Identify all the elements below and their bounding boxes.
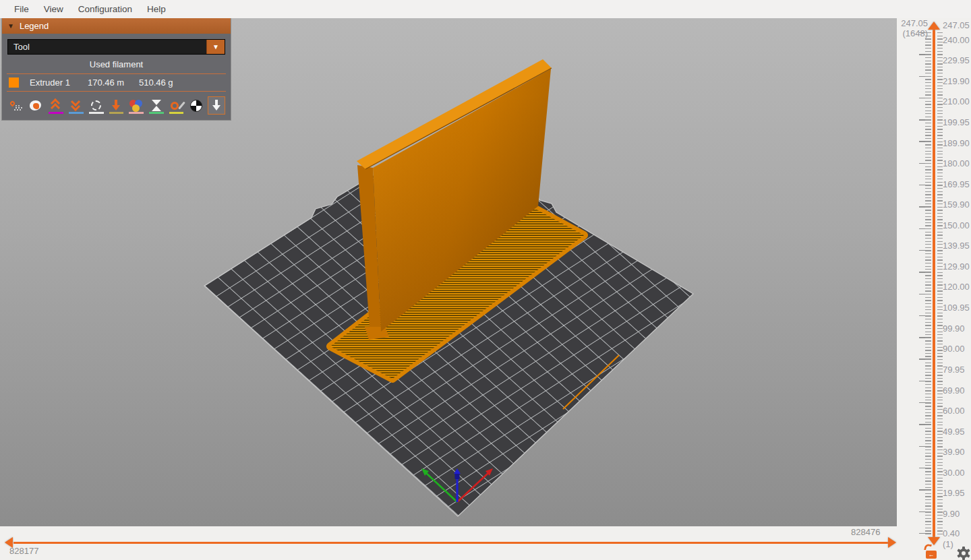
legend-panel: ▼ Legend Tool ▼ Used filament Extruder 1… <box>1 18 231 121</box>
menu-item[interactable]: Configuration <box>71 0 140 18</box>
menu-item[interactable]: Help <box>140 0 173 18</box>
pause-prints-icon[interactable] <box>148 96 165 115</box>
center-of-gravity-icon[interactable] <box>187 96 205 115</box>
collapse-caret-icon: ▼ <box>7 22 14 30</box>
menu-item[interactable]: View <box>36 0 71 18</box>
layer-ruler-label: 9.90 <box>943 509 960 520</box>
layer-ruler-label: 30.00 <box>943 468 965 478</box>
layer-ruler-label: 120.00 <box>943 282 970 292</box>
lock-handles-icon[interactable]: ← <box>924 544 938 559</box>
shells-icon[interactable] <box>208 96 225 115</box>
layer-ruler-label: 150.00 <box>943 220 970 231</box>
vslider-top-value: 247.05 <box>895 18 928 28</box>
travel-glyph <box>9 100 23 112</box>
layer-ruler-label: 210.00 <box>943 96 970 107</box>
layer-ruler-label: 159.90 <box>943 199 970 210</box>
3d-viewport[interactable]: ▼ Legend Tool ▼ Used filament Extruder 1… <box>0 18 897 526</box>
color-circles-glyph <box>129 100 143 112</box>
gear-pencil-glyph <box>170 100 183 112</box>
chevrons-up-glyph <box>51 100 61 111</box>
color-changes-icon[interactable] <box>127 96 145 115</box>
layer-ruler-label: 247.05 <box>943 20 970 31</box>
view-type-value: Tool <box>13 42 30 52</box>
legend-title: Legend <box>20 21 49 31</box>
layer-ruler-ticks-left <box>925 32 931 536</box>
deretractions-icon[interactable] <box>67 96 85 115</box>
quartered-circle-glyph <box>190 100 202 112</box>
legend-body: Tool ▼ Used filament Extruder 1 170.46 m… <box>2 34 231 120</box>
down-arrow-glyph <box>212 100 221 111</box>
layer-ruler-label: 0.40 <box>943 528 960 539</box>
layer-ruler-label: 109.95 <box>943 303 970 313</box>
dropdown-arrow-icon[interactable]: ▼ <box>206 40 225 54</box>
extruder-row: Extruder 1 170.46 m 510.46 g <box>7 74 225 91</box>
slider-settings-gear-icon[interactable] <box>957 547 970 560</box>
layer-ruler-label: 180.00 <box>943 158 970 169</box>
vslider-track[interactable] <box>933 30 935 538</box>
chevrons-down-glyph <box>71 100 82 111</box>
view-type-select[interactable]: Tool ▼ <box>7 39 225 55</box>
extruder-name: Extruder 1 <box>30 77 88 88</box>
layer-ruler-label: 199.95 <box>943 117 970 128</box>
hslider-right-handle[interactable] <box>888 537 896 548</box>
layer-ruler-label: 219.90 <box>943 76 970 87</box>
layer-ruler-label: 19.95 <box>943 488 965 499</box>
layer-ruler-label: 189.90 <box>943 138 970 149</box>
layer-ruler-label: 69.90 <box>943 385 965 396</box>
layer-ruler-label: 169.95 <box>943 179 970 190</box>
layer-ruler-label: 139.95 <box>943 241 970 251</box>
layer-ruler-label: 39.90 <box>943 447 965 458</box>
hslider-max-label: 828476 <box>851 527 880 537</box>
vslider-bottom-layer: (1) <box>943 539 953 549</box>
layer-ruler-label: 129.90 <box>943 261 970 272</box>
tool-changes-icon[interactable] <box>108 96 125 115</box>
filament-length: 170.46 m <box>88 77 139 88</box>
layer-ruler-label: 49.95 <box>943 427 965 437</box>
layer-ruler-ticks-right <box>937 32 943 536</box>
down-arrow-glyph <box>111 100 121 111</box>
hourglass-glyph <box>152 100 161 111</box>
custom-gcode-icon[interactable] <box>168 96 185 115</box>
extruder-color-swatch <box>9 77 19 88</box>
vslider-top-handle[interactable] <box>928 22 940 30</box>
layer-ruler-label: 240.00 <box>943 35 970 46</box>
retractions-icon[interactable] <box>47 96 65 115</box>
filament-weight: 510.46 g <box>139 77 173 88</box>
menu-bar: FileViewConfigurationHelp <box>0 0 971 18</box>
layer-ruler-label: 60.00 <box>943 406 965 416</box>
layer-ruler-label: 229.95 <box>943 55 970 66</box>
hslider-min-label: 828177 <box>9 546 38 556</box>
wipe-icon[interactable] <box>28 96 45 115</box>
legend-toolbar <box>7 92 225 117</box>
layer-ruler-label: 79.95 <box>943 365 965 375</box>
legend-header[interactable]: ▼ Legend <box>2 18 231 34</box>
used-filament-header: Used filament <box>7 59 225 69</box>
travel-paths-icon[interactable] <box>7 96 25 115</box>
layer-ruler-label: 90.00 <box>943 344 965 354</box>
seam-glyph <box>91 100 101 111</box>
seams-icon[interactable] <box>88 96 105 115</box>
menu-item[interactable]: File <box>7 0 36 18</box>
hslider-track[interactable] <box>13 542 888 544</box>
wipe-glyph <box>30 100 43 112</box>
layer-ruler-label: 99.90 <box>943 323 965 334</box>
